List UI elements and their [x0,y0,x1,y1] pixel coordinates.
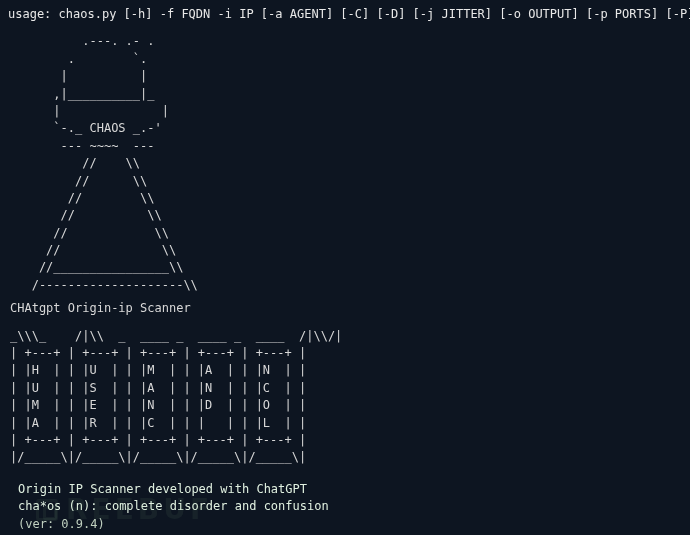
footer-line-2: cha*os (n): complete disorder and confus… [18,499,329,513]
scanner-title: CHAtgpt Origin-ip Scanner [10,300,682,317]
version-label: (ver: 0.9.4) [18,517,105,531]
footer-block: Origin IP Scanner developed with ChatGPT… [18,481,682,533]
footer-line-1: Origin IP Scanner developed with ChatGPT [18,482,307,496]
usage-line: usage: chaos.py [-h] -f FQDN -i IP [-a A… [8,6,682,23]
ascii-logo: .---. .- . . `. | | ,|__________|_ | | `… [10,33,682,294]
ascii-table-block: _\\\_ /|\\ _ ____ _ ____ _ ____ /|\\/| |… [10,328,682,467]
